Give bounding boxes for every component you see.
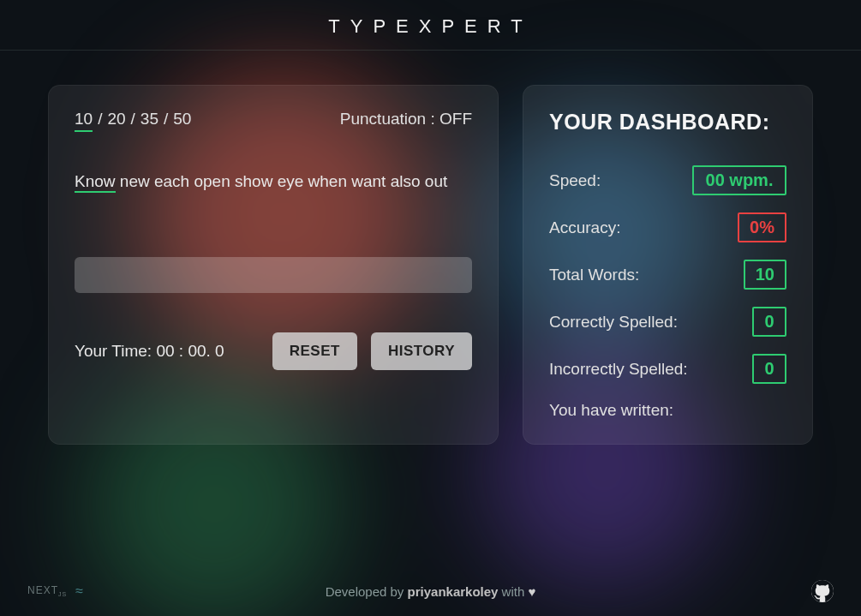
- total-words-value: 10: [744, 260, 786, 290]
- prompt-word: show: [235, 172, 272, 190]
- correct-label: Correctly Spelled:: [549, 313, 678, 332]
- dashboard-row-speed: Speed: 00 wpm.: [549, 165, 786, 195]
- timer-prefix: Your Time:: [75, 342, 152, 360]
- prompt-word: eye: [278, 172, 304, 190]
- github-icon: [811, 580, 834, 602]
- separator: /: [164, 110, 168, 132]
- punctuation-toggle[interactable]: Punctuation : OFF: [340, 110, 472, 129]
- speed-label: Speed:: [549, 171, 601, 190]
- footer-credits: Developed by priyankarkoley with ♥: [326, 584, 536, 599]
- dashboard-row-total: Total Words: 10: [549, 260, 786, 290]
- punctuation-value: OFF: [439, 110, 472, 128]
- word-count-selector: 10 / 20 / 35 / 50: [75, 110, 191, 132]
- reset-button[interactable]: RESET: [272, 332, 357, 370]
- separator: /: [131, 110, 135, 132]
- prompt-word: open: [194, 172, 230, 190]
- dashboard-panel: YOUR DASHBOARD: Speed: 00 wpm. Accuracy:…: [523, 85, 813, 445]
- prompt-word: want: [351, 172, 386, 190]
- tailwind-icon: ≈: [75, 583, 83, 599]
- github-link[interactable]: [811, 580, 834, 602]
- typing-input[interactable]: [75, 257, 472, 293]
- app-title: TYPEXPERT: [0, 0, 861, 51]
- dashboard-title: YOUR DASHBOARD:: [549, 110, 786, 135]
- prompt-word-current: Know: [75, 172, 116, 193]
- prompt-word: new: [120, 172, 150, 190]
- punctuation-label: Punctuation :: [340, 110, 435, 128]
- word-count-option-50[interactable]: 50: [173, 110, 191, 132]
- word-count-option-10[interactable]: 10: [75, 110, 93, 132]
- prompt-word: when: [308, 172, 347, 190]
- author-link[interactable]: priyankarkoley: [408, 584, 499, 599]
- dashboard-row-incorrect: Incorrectly Spelled: 0: [549, 354, 786, 384]
- incorrect-label: Incorrectly Spelled:: [549, 360, 688, 379]
- timer-value: 00 : 00. 0: [156, 342, 224, 360]
- heart-icon: ♥: [528, 584, 535, 599]
- with-text: with: [502, 584, 525, 599]
- correct-value: 0: [752, 307, 786, 337]
- separator: /: [98, 110, 102, 132]
- prompt-word: each: [154, 172, 189, 190]
- prompt-word: also: [391, 172, 421, 190]
- written-label: You have written:: [549, 401, 786, 420]
- developed-by-text: Developed by: [326, 584, 404, 599]
- timer-display: Your Time: 00 : 00. 0: [75, 342, 259, 361]
- incorrect-value: 0: [752, 354, 786, 384]
- word-count-option-20[interactable]: 20: [107, 110, 125, 132]
- dashboard-row-accuracy: Accuracy: 0%: [549, 212, 786, 242]
- speed-value: 00 wpm.: [692, 165, 786, 195]
- word-count-option-35[interactable]: 35: [141, 110, 158, 132]
- nextjs-logo: NEXTJS: [27, 584, 67, 597]
- total-words-label: Total Words:: [549, 266, 639, 284]
- accuracy-value: 0%: [738, 212, 786, 242]
- dashboard-row-correct: Correctly Spelled: 0: [549, 307, 786, 337]
- typing-panel: 10 / 20 / 35 / 50 Punctuation : OFF Know…: [48, 85, 499, 445]
- prompt-word: out: [425, 172, 447, 190]
- prompt-text: Know new each open show eye when want al…: [75, 168, 472, 223]
- history-button[interactable]: HISTORY: [371, 332, 472, 370]
- footer-tech-logos: NEXTJS ≈: [27, 583, 83, 599]
- accuracy-label: Accuracy:: [549, 218, 620, 237]
